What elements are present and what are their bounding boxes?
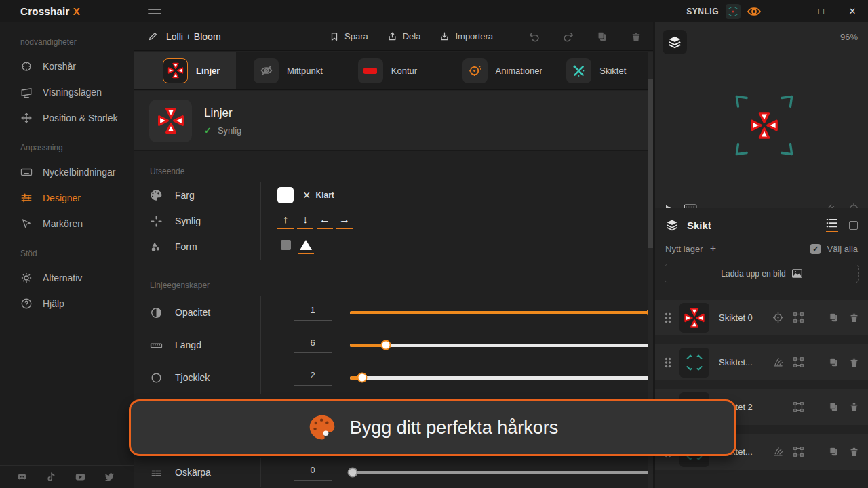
duplicate-layer-icon[interactable] [828, 312, 840, 323]
transform-frame-icon[interactable] [793, 312, 804, 323]
preview-layers-button[interactable] [663, 30, 687, 54]
sidebar-item-help[interactable]: Hjälp [0, 291, 134, 317]
sidebar-item-keybindings[interactable]: Nyckelbindningar [0, 159, 134, 185]
cursor-icon [20, 218, 33, 230]
sidebar-footer [0, 465, 134, 488]
sidebar-item-cursor[interactable]: Markören [0, 211, 134, 237]
tab-animations[interactable]: Animationer [445, 52, 549, 89]
undo-icon[interactable] [528, 30, 540, 43]
twitter-icon[interactable] [104, 471, 115, 483]
crosshair-scope-icon [20, 60, 33, 73]
center-target-icon[interactable] [772, 312, 784, 323]
arrow-up-toggle[interactable]: ↑ [277, 214, 294, 229]
drag-handle-icon[interactable] [665, 312, 671, 323]
minimize-button[interactable]: — [774, 0, 806, 22]
tab-lines[interactable]: Linjer [134, 52, 236, 89]
duplicate-layer-icon[interactable] [828, 357, 840, 368]
duplicate-layer-icon[interactable] [828, 401, 840, 413]
maximize-button[interactable]: □ [806, 0, 837, 22]
sidebar-item-options[interactable]: Alternativ [0, 265, 134, 291]
move-icon [20, 112, 33, 124]
delete-layer-icon[interactable] [848, 312, 860, 323]
select-all-control[interactable]: ✓ Välj alla [810, 244, 858, 254]
length-slider-handle[interactable] [381, 340, 391, 350]
arrow-right-toggle[interactable]: → [336, 214, 353, 229]
panel-visibility-status[interactable]: ✓ Synlig [204, 125, 241, 136]
layer-row-1[interactable]: Skiktet... [655, 344, 868, 380]
new-layer-button[interactable]: Nytt lager + [665, 243, 716, 255]
list-view-toggle[interactable] [826, 218, 838, 232]
delete-layer-icon[interactable] [848, 401, 860, 413]
thickness-value-input[interactable]: 2 [294, 370, 332, 386]
appearance-section-label: Utseende [134, 161, 653, 182]
save-button[interactable]: Spara [330, 31, 368, 41]
shape-triangle-option[interactable] [298, 240, 314, 254]
youtube-icon[interactable] [75, 471, 86, 483]
length-slider[interactable] [350, 344, 652, 347]
visible-directions-row: Synlig ↑ ↓ ← → [134, 208, 653, 234]
sidebar-item-position-size[interactable]: Position & Storlek [0, 105, 134, 131]
length-row: Längd 6 [134, 329, 653, 361]
check-icon: ✓ [204, 125, 212, 136]
duplicate-layer-icon[interactable] [828, 446, 840, 458]
delete-icon[interactable] [630, 30, 642, 43]
display-icon [20, 86, 33, 98]
blur-slider[interactable] [350, 471, 652, 474]
delete-layer-icon[interactable] [848, 446, 860, 458]
duplicate-icon[interactable] [596, 30, 608, 43]
document-title[interactable]: Lolli + Bloom [166, 31, 221, 42]
layer-name[interactable]: Skiktet... [719, 357, 772, 367]
hamburger-menu-icon[interactable] [148, 6, 161, 17]
drag-handle-icon[interactable] [665, 357, 671, 368]
length-value-input[interactable]: 6 [294, 338, 332, 353]
shape-square-option[interactable] [277, 240, 294, 254]
close-button[interactable]: ✕ [837, 0, 868, 22]
sidebar-item-display-modes[interactable]: Visningslägen [0, 79, 134, 105]
arrow-left-toggle[interactable]: ← [317, 214, 333, 229]
tools-icon [566, 58, 591, 83]
thickness-slider-handle[interactable] [357, 373, 367, 383]
preview-bracket-top-right [776, 88, 801, 113]
grid-view-toggle[interactable] [849, 221, 858, 230]
import-button[interactable]: Importera [439, 31, 493, 41]
layer-thumbnail-brackets [679, 348, 709, 378]
layer-name[interactable]: Skiktet 0 [719, 312, 772, 323]
tab-centerdot[interactable]: Mittpunkt [236, 52, 340, 89]
redo-icon[interactable] [562, 30, 574, 43]
mini-crosshair-icon[interactable] [726, 4, 741, 19]
share-button[interactable]: Dela [387, 31, 421, 41]
arrow-down-toggle[interactable]: ↓ [297, 214, 313, 229]
effects-icon[interactable] [772, 357, 784, 368]
edit-pencil-icon[interactable] [148, 31, 158, 41]
opacity-value-input[interactable]: 1 [294, 305, 332, 321]
sidebar-item-designer[interactable]: Designer [0, 185, 134, 211]
select-all-checkbox[interactable]: ✓ [810, 244, 821, 254]
tab-layer-tools[interactable]: Skiktet [549, 52, 653, 89]
delete-layer-icon[interactable] [848, 357, 860, 368]
sidebar-item-crosshair[interactable]: Korshår [0, 54, 134, 79]
tab-outline[interactable]: Kontur [340, 52, 445, 89]
blur-slider-handle[interactable] [348, 468, 358, 478]
discord-icon[interactable] [16, 471, 28, 483]
panel-title: Linjer [204, 106, 241, 120]
thickness-slider[interactable] [350, 376, 652, 380]
visibility-eye-icon[interactable] [746, 3, 762, 20]
main-scrollbar-thumb[interactable] [648, 79, 653, 248]
transform-frame-icon[interactable] [793, 357, 804, 368]
transform-frame-icon[interactable] [793, 401, 804, 413]
layer-row-0[interactable]: Skiktet 0 [655, 300, 868, 336]
blur-value-input[interactable]: 0 [294, 465, 332, 481]
sidebar-section-essentials: nödvändigheter [0, 22, 134, 54]
image-icon [792, 269, 802, 278]
upload-image-button[interactable]: Ladda upp en bild [665, 264, 859, 283]
effects-icon[interactable] [772, 446, 784, 458]
tiktok-icon[interactable] [45, 471, 57, 483]
clear-color-icon[interactable]: × [303, 189, 311, 201]
document-header: Lolli + Bloom Spara Dela Importera [134, 22, 653, 51]
line-properties-section-label: Linjeegenskaper [134, 274, 653, 296]
shape-row: Form [134, 234, 653, 260]
preview-crosshair [749, 110, 780, 141]
transform-frame-icon[interactable] [793, 446, 804, 458]
color-swatch[interactable] [277, 187, 294, 203]
opacity-slider[interactable] [350, 311, 652, 314]
